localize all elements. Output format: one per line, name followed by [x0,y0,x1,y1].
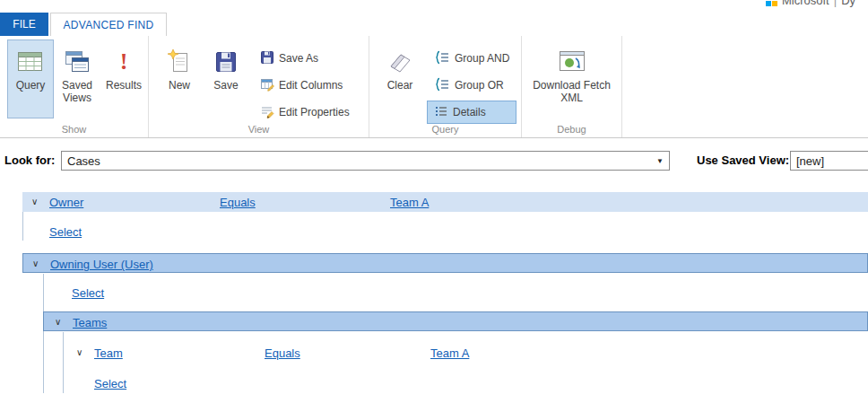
brand-separator: | [834,0,837,7]
operator-link-team[interactable]: Equals [265,346,300,360]
details-button-label: Details [453,106,486,118]
group-label-debug: Debug [522,124,621,135]
dropdown-arrow-icon: ▼ [656,157,664,165]
query-icon [15,46,46,78]
ribbon-group-debug: Download Fetch XML Debug [522,36,622,137]
look-for-select[interactable]: Cases ▼ [61,151,670,171]
edit-properties-button-label: Edit Properties [279,106,350,118]
use-saved-view-select[interactable]: [new] [790,151,868,171]
download-fetch-xml-button[interactable]: Download Fetch XML [528,39,616,118]
tree-connector-line [63,332,64,393]
save-icon [211,46,241,78]
results-button-label: Results [106,80,142,92]
tab-file[interactable]: FILE [0,13,48,36]
select-row-3: Select [94,373,126,393]
ribbon-group-view: New Save [149,36,369,137]
chevron-down-icon[interactable]: ∨ [31,192,38,212]
edit-columns-icon [260,77,274,94]
save-button-label: Save [213,80,238,92]
group-label-query: Query [369,124,521,135]
download-fetch-xml-icon [557,46,587,78]
new-button-label: New [169,80,190,92]
chevron-down-icon[interactable]: ∨ [55,312,61,332]
results-icon: ! [108,46,139,78]
query-row-owner[interactable]: ∨ Owner Equals Team A [22,192,868,212]
use-saved-view-selected-value: [new] [796,154,824,168]
tab-advanced-find[interactable]: ADVANCED FIND [50,13,167,36]
field-link-team[interactable]: Team [94,346,123,360]
ribbon-group-query: Clear Group AND [369,36,522,137]
select-link-3[interactable]: Select [94,377,126,390]
edit-columns-button-label: Edit Columns [279,79,343,92]
chevron-down-icon[interactable]: ∨ [32,254,39,274]
new-button[interactable]: New [156,39,203,118]
saved-views-icon [62,46,92,78]
tree-connector-line [22,212,23,241]
group-label-show: Show [0,124,148,135]
group-row-owning-user[interactable]: ∨ Owning User (User) [22,253,868,273]
group-and-button-label: Group AND [455,52,509,65]
ribbon-group-show: Query Saved Views [0,36,149,137]
chevron-down-icon[interactable]: ∨ [76,343,82,363]
advanced-find-window: Microsoft | Dy FILE ADVANCED FIND [0,0,868,412]
clear-button[interactable]: Clear [377,39,423,118]
look-for-label: Look for: [4,151,55,171]
query-button-label: Query [16,80,46,92]
save-as-icon [260,50,274,67]
save-as-button-label: Save As [279,52,318,65]
edit-properties-icon [260,104,274,121]
query-builder: ∨ Owner Equals Team A Select ∨ Owning Us… [0,188,868,412]
tree-connector-line [43,274,44,393]
results-button[interactable]: ! Results [100,39,147,118]
group-or-button[interactable]: Group OR [427,74,516,97]
group-link-owning-user[interactable]: Owning User (User) [50,258,153,271]
download-fetch-xml-button-label: Download Fetch XML [529,80,615,105]
select-link-2[interactable]: Select [72,286,104,300]
edit-properties-button[interactable]: Edit Properties [253,101,357,124]
saved-views-button[interactable]: Saved Views [54,39,100,118]
operator-link-owner[interactable]: Equals [220,196,256,209]
select-row-1: Select [49,222,82,241]
ribbon: Query Saved Views [0,36,868,138]
query-button[interactable]: Query [7,39,54,118]
field-link-owner[interactable]: Owner [49,196,83,209]
value-link-team[interactable]: Team A [430,346,469,360]
look-for-selected-value: Cases [67,154,100,168]
details-button[interactable]: Details [427,101,516,124]
select-row-2: Select [72,283,104,302]
group-or-button-label: Group OR [455,79,504,92]
value-link-owner[interactable]: Team A [390,196,429,209]
group-and-icon [434,50,450,67]
group-and-button[interactable]: Group AND [427,47,516,70]
group-row-teams[interactable]: ∨ Teams [43,311,868,331]
edit-columns-button[interactable]: Edit Columns [253,74,357,97]
group-or-icon [434,77,450,94]
save-as-button[interactable]: Save As [253,47,357,70]
select-link-1[interactable]: Select [49,225,82,239]
save-button[interactable]: Save [203,39,249,118]
new-icon [164,46,195,78]
microsoft-logo-icon [766,0,777,6]
results-glyph: ! [120,50,128,74]
brand-microsoft-text: Microsoft [782,0,829,7]
details-icon [434,104,448,121]
query-row-team[interactable]: ∨ Team Equals Team A [0,343,868,363]
brand-strip: Microsoft | Dy [766,0,868,10]
brand-product-text: Dy [841,0,855,7]
saved-views-button-label: Saved Views [55,80,100,105]
group-label-view: View [149,124,369,135]
eraser-icon [385,46,415,78]
filter-bar: Look for: Cases ▼ Use Saved View: [new] [0,147,868,174]
clear-button-label: Clear [387,80,413,92]
group-link-teams[interactable]: Teams [73,316,107,329]
use-saved-view-label: Use Saved View: [697,151,789,171]
